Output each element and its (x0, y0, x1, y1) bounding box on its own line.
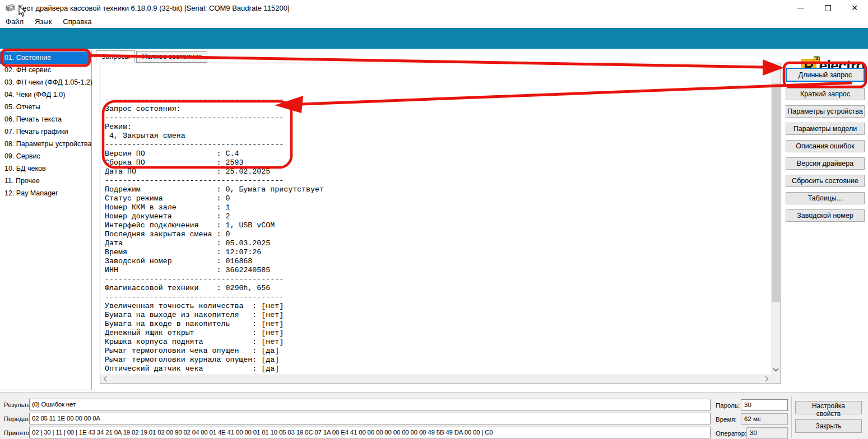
password-label: Пароль: (716, 402, 740, 409)
status-row-field[interactable]: (0) Ошибок нет (29, 399, 711, 410)
command-panel: Длинный запросКраткий запросПараметры ус… (786, 68, 865, 227)
vertical-scrollbar[interactable] (771, 63, 781, 374)
brand-band: R 2 electro (0, 28, 868, 49)
command-button[interactable]: Длинный запрос (786, 68, 865, 82)
time-field: 62 мс (741, 413, 788, 425)
command-button[interactable]: Параметры устройства (786, 105, 865, 118)
sidebar: 01. Состояние02. ФН сервис03. ФН чеки (Ф… (0, 50, 92, 390)
maximize-button[interactable] (818, 0, 837, 16)
sidebar-item[interactable]: 03. ФН чеки (ФФД 1.05-1.2) (0, 76, 91, 88)
status-row: Передано: 02 05 11 1E 00 00 00 0A (0, 413, 711, 424)
tab-strip: ЗапросыПолное состояние (96, 52, 208, 63)
title-bar: Тест драйвера кассовой техники 6.18.0.9 … (0, 0, 868, 16)
close-icon: ✕ (851, 4, 858, 12)
status-row: Результат: (0) Ошибок нет (0, 399, 711, 410)
window-title: Тест драйвера кассовой техники 6.18.0.9 … (18, 4, 290, 12)
status-bar: Результат: (0) Ошибок нет Передано: 02 0… (0, 393, 868, 439)
scroll-right-icon[interactable] (762, 374, 771, 384)
properties-button[interactable]: Настройка свойств (795, 401, 862, 414)
sidebar-item[interactable]: 06. Печать текста (0, 113, 91, 125)
scroll-left-icon[interactable] (100, 374, 110, 384)
minimize-icon (797, 8, 804, 8)
status-row-field[interactable]: 02 05 11 1E 00 00 00 0A (29, 413, 711, 424)
command-button[interactable]: Параметры модели (786, 123, 865, 135)
command-button[interactable]: Версия драйвера (786, 157, 865, 170)
console-output-area: ----------------------------------------… (100, 63, 781, 384)
sidebar-item[interactable]: 12. Pay Manager (0, 187, 91, 199)
password-field[interactable]: 30 (741, 399, 788, 411)
sidebar-item[interactable]: 01. Состояние (0, 52, 90, 64)
sidebar-item[interactable]: 05. Отчеты (0, 101, 91, 113)
status-row-label: Результат: (0, 401, 29, 408)
menu-bar: ФайлЯзыкСправка (0, 16, 868, 28)
printer-icon (4, 3, 16, 13)
maximize-icon (825, 5, 831, 11)
scrollbar-corner (771, 374, 781, 384)
command-button[interactable]: Описания ошибок (786, 140, 865, 152)
command-button[interactable]: Краткий запрос (786, 88, 865, 100)
status-rows: Результат: (0) Ошибок нет Передано: 02 0… (0, 399, 711, 439)
scroll-up-icon[interactable] (771, 63, 781, 73)
sidebar-item[interactable]: 02. ФН сервис (0, 64, 91, 76)
menu-item[interactable]: Справка (57, 16, 97, 28)
close-button[interactable]: ✕ (845, 0, 864, 16)
command-button[interactable]: Таблицы... (786, 192, 865, 204)
status-row-field[interactable]: 02 | 30 | 11 | 00 | 1E 43 34 21 0A 19 02… (29, 427, 711, 438)
sidebar-item[interactable]: 11. Прочее (0, 175, 91, 187)
sidebar-item[interactable]: 10. БД чеков (0, 162, 91, 175)
sidebar-item[interactable]: 09. Сервис (0, 150, 91, 162)
console-text[interactable]: ----------------------------------------… (105, 63, 770, 373)
status-row-label: Передано: (0, 415, 29, 422)
sidebar-item[interactable]: 04. Чеки (ФФД 1.0) (0, 88, 91, 101)
command-button[interactable]: Заводской номер (786, 209, 865, 222)
status-row-label: Принято: (0, 429, 29, 436)
panel-separator (791, 396, 792, 438)
sidebar-item[interactable]: 08. Параметры устройства (0, 138, 91, 150)
command-button[interactable]: Сбросить состояние (786, 175, 865, 187)
close-app-button[interactable]: Закрыть (795, 419, 862, 433)
time-label: Время: (716, 416, 737, 423)
operator-label: Оператор: (716, 430, 746, 437)
vertical-scroll-thumb[interactable] (772, 83, 780, 302)
minimize-button[interactable] (791, 0, 810, 16)
status-row: Принято: 02 | 30 | 11 | 00 | 1E 43 34 21… (0, 427, 711, 438)
menu-item[interactable]: Файл (0, 16, 29, 28)
tab[interactable]: Запросы (96, 50, 135, 63)
menu-item[interactable]: Язык (29, 16, 57, 28)
horizontal-scrollbar[interactable] (100, 374, 771, 384)
operator-field: 30 (746, 427, 788, 439)
sidebar-item[interactable]: 07. Печать графики (0, 125, 91, 138)
tab[interactable]: Полное состояние (136, 51, 207, 63)
scroll-down-icon[interactable] (771, 365, 781, 374)
logo-sup-2: 2 (814, 56, 820, 62)
